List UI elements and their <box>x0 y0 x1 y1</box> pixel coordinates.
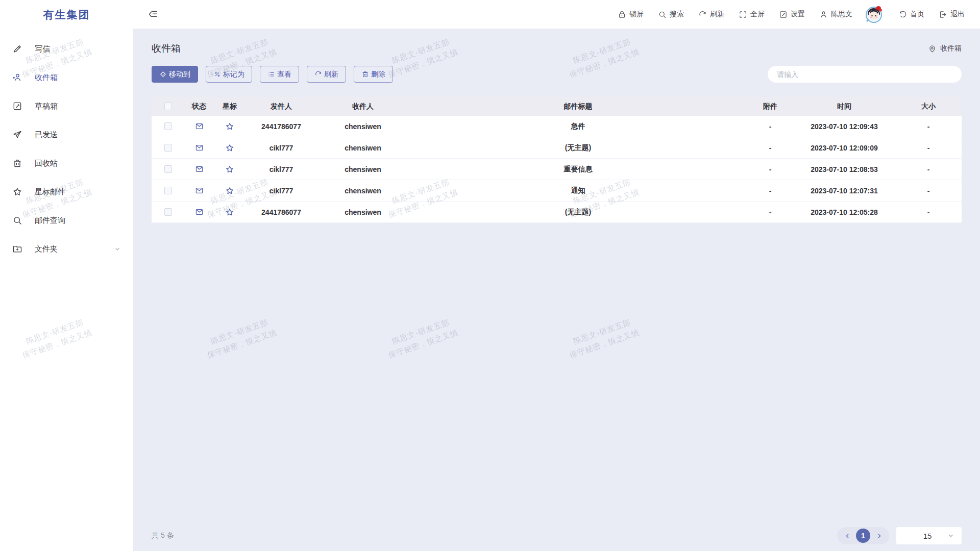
breadcrumb-label: 收件箱 <box>940 44 962 53</box>
refresh-list-button[interactable]: 刷新 <box>307 66 346 83</box>
subject-cell: 通知 <box>409 186 747 195</box>
row-checkbox[interactable] <box>164 208 172 216</box>
page-size-select[interactable]: 15 <box>896 527 962 544</box>
sidebar-item-label: 邮件查询 <box>35 216 65 226</box>
size-cell: - <box>895 208 962 216</box>
size-cell: - <box>895 165 962 173</box>
sidebar-item-compose[interactable]: 写信 <box>0 35 133 63</box>
select-all-checkbox[interactable] <box>164 103 172 110</box>
topbar-label: 首页 <box>910 10 924 19</box>
sidebar-nav: 写信 收件箱 草稿箱 已发送 <box>0 30 133 263</box>
brand-logo: 有生集团 <box>0 0 133 30</box>
header-recipient: 收件人 <box>317 102 409 111</box>
home-icon <box>898 10 907 19</box>
recipient-cell: chensiwen <box>317 144 409 152</box>
sidebar-item-label: 写信 <box>35 44 50 54</box>
current-user-button[interactable]: 陈思文 <box>819 10 852 19</box>
table-row[interactable]: cikl777 chensiwen (无主题) - 2023-07-10 12:… <box>152 137 962 159</box>
topbar-label: 退出 <box>950 10 965 19</box>
sidebar-item-folders[interactable]: 文件夹 <box>0 235 133 263</box>
button-label: 查看 <box>277 70 291 79</box>
topbar-label: 刷新 <box>710 10 724 19</box>
home-button[interactable]: 首页 <box>898 10 924 19</box>
fullscreen-button[interactable]: 全屏 <box>739 10 765 19</box>
attachment-cell: - <box>747 165 793 173</box>
attachment-cell: - <box>747 122 793 131</box>
chevron-down-icon <box>114 245 121 253</box>
fullscreen-icon <box>739 10 747 19</box>
sidebar-item-sent[interactable]: 已发送 <box>0 120 133 149</box>
move-to-button[interactable]: 移动到 <box>152 66 198 83</box>
table-row[interactable]: 2441786077 chensiwen 急件 - 2023-07-10 12:… <box>152 116 962 137</box>
star-icon[interactable] <box>225 143 234 153</box>
star-icon[interactable] <box>225 165 234 174</box>
sidebar-item-label: 回收站 <box>35 159 58 168</box>
current-page[interactable]: 1 <box>856 529 870 543</box>
row-checkbox[interactable] <box>164 187 172 194</box>
total-count: 共 5 条 <box>152 531 174 540</box>
time-cell: 2023-07-10 12:05:28 <box>793 208 895 216</box>
settings-icon <box>779 10 788 19</box>
size-cell: - <box>895 122 962 131</box>
lock-screen-button[interactable]: 锁屏 <box>618 10 644 19</box>
delete-button[interactable]: 删除 <box>354 66 393 83</box>
sidebar-item-drafts[interactable]: 草稿箱 <box>0 92 133 120</box>
sidebar-item-starred[interactable]: 星标邮件 <box>0 178 133 206</box>
subject-cell: 重要信息 <box>409 165 747 174</box>
next-page-button[interactable] <box>873 530 885 541</box>
sender-cell: cikl777 <box>246 187 317 195</box>
trash-icon <box>12 158 22 168</box>
sender-cell: cikl777 <box>246 144 317 152</box>
table-row[interactable]: 2441786077 chensiwen (无主题) - 2023-07-10 … <box>152 202 962 223</box>
mark-as-button[interactable]: 标记为 <box>206 66 252 83</box>
pencil-icon <box>12 44 22 54</box>
view-button[interactable]: 查看 <box>260 66 299 83</box>
row-checkbox[interactable] <box>164 122 172 130</box>
table-row[interactable]: cikl777 chensiwen 通知 - 2023-07-10 12:07:… <box>152 180 962 202</box>
logout-button[interactable]: 退出 <box>939 10 965 19</box>
location-pin-icon <box>928 44 937 53</box>
header-size: 大小 <box>895 102 962 111</box>
recipient-cell: chensiwen <box>317 208 409 216</box>
sidebar-item-label: 星标邮件 <box>35 187 65 197</box>
lock-icon <box>618 10 626 19</box>
folder-plus-icon <box>12 244 22 254</box>
unread-mail-icon <box>195 208 204 216</box>
table-header-row: 状态 星标 发件人 收件人 邮件标题 附件 时间 大小 <box>152 97 962 116</box>
search-input[interactable] <box>768 66 962 83</box>
sidebar-item-label: 草稿箱 <box>35 102 58 111</box>
size-cell: - <box>895 144 962 152</box>
pagination: 1 <box>837 527 889 544</box>
attachment-cell: - <box>747 187 793 195</box>
sidebar-item-mail-query[interactable]: 邮件查询 <box>0 206 133 235</box>
list-footer: 共 5 条 1 15 <box>152 527 962 544</box>
row-checkbox[interactable] <box>164 165 172 173</box>
table-row[interactable]: cikl777 chensiwen 重要信息 - 2023-07-10 12:0… <box>152 159 962 180</box>
time-cell: 2023-07-10 12:09:09 <box>793 144 895 152</box>
inbox-icon <box>12 72 22 83</box>
sidebar-item-trash[interactable]: 回收站 <box>0 149 133 178</box>
time-cell: 2023-07-10 12:08:53 <box>793 165 895 173</box>
unread-mail-icon <box>195 186 204 195</box>
sidebar-item-inbox[interactable]: 收件箱 <box>0 63 133 92</box>
prev-page-button[interactable] <box>842 530 853 541</box>
row-checkbox[interactable] <box>164 144 172 152</box>
star-icon[interactable] <box>225 208 234 217</box>
button-label: 删除 <box>371 70 385 79</box>
unread-mail-icon <box>195 143 204 152</box>
user-avatar[interactable] <box>864 4 884 24</box>
topbar-label: 锁屏 <box>629 10 644 19</box>
star-icon[interactable] <box>225 186 234 195</box>
breadcrumb[interactable]: 收件箱 <box>928 44 962 53</box>
header-subject: 邮件标题 <box>409 102 747 111</box>
star-icon <box>12 187 22 197</box>
page-size-value: 15 <box>896 532 947 540</box>
settings-button[interactable]: 设置 <box>779 10 805 19</box>
star-icon[interactable] <box>225 122 234 131</box>
collapse-sidebar-icon[interactable] <box>148 9 158 19</box>
refresh-page-button[interactable]: 刷新 <box>698 10 724 19</box>
header-time: 时间 <box>793 102 895 111</box>
main-content: 收件箱 收件箱 移动到 <box>133 29 980 551</box>
global-search-button[interactable]: 搜索 <box>658 10 684 19</box>
sender-cell: 2441786077 <box>246 208 317 216</box>
